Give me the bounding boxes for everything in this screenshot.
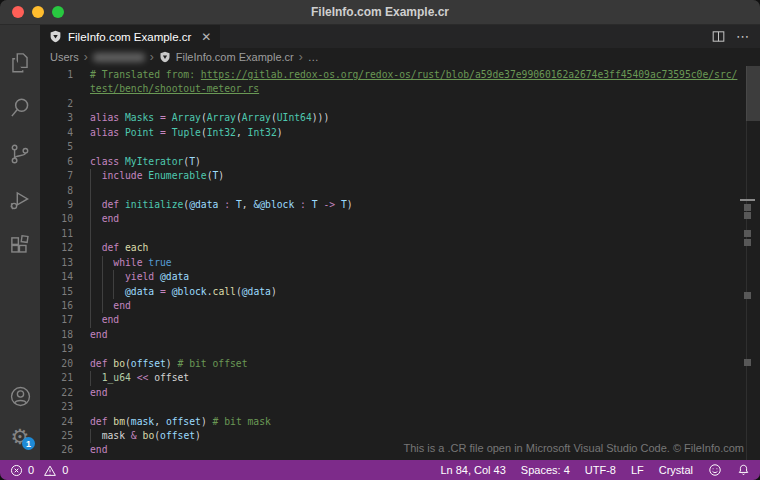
code-text[interactable] [90,227,760,241]
code-text[interactable] [90,97,760,111]
code-row[interactable]: 18end [40,328,760,342]
line-number[interactable]: 7 [40,169,90,183]
code-row[interactable]: 1# Translated from: https://gitlab.redox… [40,68,760,82]
breadcrumb-file[interactable]: FileInfo.com Example.cr [176,51,294,63]
code-editor[interactable]: 1# Translated from: https://gitlab.redox… [40,66,760,460]
code-row[interactable]: 8 [40,184,760,198]
code-row[interactable]: 13 while true [40,256,760,270]
code-text[interactable]: def bo(offset) # bit offset [90,357,760,371]
line-number[interactable]: 15 [40,285,90,299]
code-text[interactable]: def initialize(@data : T, &@block : T ->… [90,198,760,212]
code-row[interactable]: 9 def initialize(@data : T, &@block : T … [40,198,760,212]
line-number[interactable]: 1 [40,68,90,82]
cursor-position[interactable]: Ln 84, Col 43 [440,464,505,476]
line-number[interactable]: 10 [40,212,90,226]
line-number[interactable]: 9 [40,198,90,212]
code-row[interactable]: test/bench/shootout-meteor.rs [40,82,760,96]
line-number[interactable]: 18 [40,328,90,342]
source-control-icon[interactable] [0,131,40,177]
code-text[interactable] [90,342,760,356]
code-row[interactable]: 10 end [40,212,760,226]
code-text[interactable]: def bm(mask, offset) # bit mask [90,415,760,429]
code-text[interactable]: include Enumerable(T) [90,169,760,183]
encoding-setting[interactable]: UTF-8 [585,464,616,476]
code-text[interactable]: end [90,328,760,342]
line-number[interactable]: 21 [40,371,90,385]
code-text[interactable]: test/bench/shootout-meteor.rs [90,82,760,96]
code-text[interactable]: @data = @block.call(@data) [90,285,760,299]
code-row[interactable]: 17 end [40,313,760,327]
line-number[interactable]: 8 [40,184,90,198]
code-row[interactable]: 14 yield @data [40,270,760,284]
indentation-setting[interactable]: Spaces: 4 [521,464,570,476]
accounts-icon[interactable] [0,376,40,416]
tab-close-icon[interactable]: ✕ [201,30,211,44]
settings-gear-icon[interactable]: ⚙ 1 [0,416,40,456]
extensions-icon[interactable] [0,223,40,269]
notifications-bell-icon[interactable] [737,463,750,477]
code-text[interactable] [90,184,760,198]
code-row[interactable]: 23 [40,400,760,414]
breadcrumb-users[interactable]: Users [50,51,79,63]
code-text[interactable]: alias Point = Tuple(Int32, Int32) [90,126,760,140]
code-row[interactable]: 22end [40,386,760,400]
code-text[interactable]: class MyIterator(T) [90,155,760,169]
line-number[interactable]: 23 [40,400,90,414]
line-number[interactable]: 6 [40,155,90,169]
line-number[interactable]: 16 [40,299,90,313]
tab-fileinfo-example[interactable]: FileInfo.com Example.cr ✕ [40,25,220,48]
code-text[interactable]: end [90,212,760,226]
line-number[interactable]: 13 [40,256,90,270]
more-actions-icon[interactable]: ⋯ [736,29,750,44]
vertical-scrollbar-thumb[interactable] [746,66,760,121]
line-number[interactable]: 2 [40,97,90,111]
line-number[interactable]: 12 [40,241,90,255]
line-number[interactable]: 25 [40,429,90,443]
minimize-window-button[interactable] [32,6,44,18]
code-row[interactable]: 11 [40,227,760,241]
line-number[interactable] [40,82,90,96]
code-text[interactable]: yield @data [90,270,760,284]
split-editor-icon[interactable] [711,29,726,44]
line-number[interactable]: 4 [40,126,90,140]
code-row[interactable]: 24def bm(mask, offset) # bit mask [40,415,760,429]
code-link[interactable]: test/bench/shootout-meteor.rs [90,83,259,94]
code-text[interactable]: end [90,299,760,313]
eol-setting[interactable]: LF [631,464,644,476]
code-text[interactable] [90,400,760,414]
code-text[interactable]: end [90,386,760,400]
line-number[interactable]: 19 [40,342,90,356]
code-text[interactable]: end [90,313,760,327]
search-icon[interactable] [0,85,40,131]
code-row[interactable]: 5 [40,140,760,154]
feedback-smiley-icon[interactable] [708,463,722,477]
code-text[interactable] [90,140,760,154]
line-number[interactable]: 22 [40,386,90,400]
code-text[interactable]: while true [90,256,760,270]
code-row[interactable]: 4alias Point = Tuple(Int32, Int32) [40,126,760,140]
code-text[interactable]: 1_u64 << offset [90,371,760,385]
explorer-icon[interactable] [0,39,40,85]
code-text[interactable]: alias Masks = Array(Array(Array(UInt64))… [90,111,760,125]
line-number[interactable]: 24 [40,415,90,429]
code-row[interactable]: 16 end [40,299,760,313]
code-text[interactable]: # Translated from: https://gitlab.redox-… [90,68,760,82]
code-row[interactable]: 3alias Masks = Array(Array(Array(UInt64)… [40,111,760,125]
code-row[interactable]: 15 @data = @block.call(@data) [40,285,760,299]
code-row[interactable]: 20def bo(offset) # bit offset [40,357,760,371]
code-row[interactable]: 6class MyIterator(T) [40,155,760,169]
code-row[interactable]: 2 [40,97,760,111]
line-number[interactable]: 14 [40,270,90,284]
run-debug-icon[interactable] [0,177,40,223]
line-number[interactable]: 11 [40,227,90,241]
line-number[interactable]: 20 [40,357,90,371]
maximize-window-button[interactable] [52,6,64,18]
language-mode[interactable]: Crystal [659,464,693,476]
code-row[interactable]: 7 include Enumerable(T) [40,169,760,183]
line-number[interactable]: 5 [40,140,90,154]
breadcrumb-more[interactable]: … [308,51,319,63]
code-row[interactable]: 21 1_u64 << offset [40,371,760,385]
problems-indicator[interactable]: 0 0 [10,464,68,477]
close-window-button[interactable] [12,6,24,18]
code-link[interactable]: https://gitlab.redox-os.org/redox-os/rus… [201,69,738,80]
